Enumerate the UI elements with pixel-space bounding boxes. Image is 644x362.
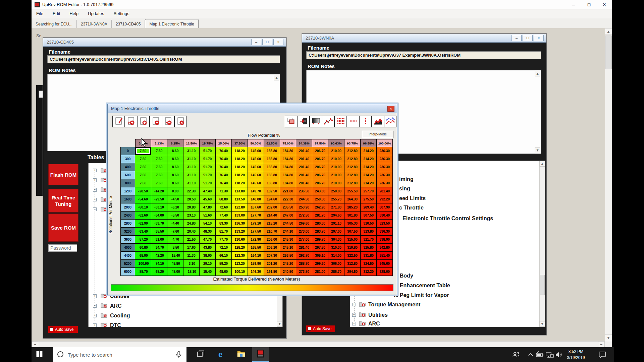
map-cell-r1-c13[interactable]: 212.80: [344, 155, 361, 163]
map-cell-r3-c0[interactable]: 7.60: [135, 171, 151, 179]
map-cell-r8-c11[interactable]: 281.70: [312, 212, 328, 220]
column-header-87.50%[interactable]: 87.50%: [312, 139, 328, 147]
map-cell-r7-c8[interactable]: 202.00: [264, 203, 280, 212]
row-header-4400[interactable]: 4400: [120, 252, 135, 260]
map-cell-r12-c14[interactable]: 325.80: [361, 244, 377, 252]
map-cell-r9-c12[interactable]: 291.10: [328, 220, 344, 228]
map-cell-r13-c11[interactable]: 305.10: [312, 252, 328, 260]
map-cell-r5-c4[interactable]: 47.40: [200, 187, 216, 195]
expand-icon[interactable]: +: [93, 188, 97, 192]
map-cell-r15-c3[interactable]: -18.10: [183, 268, 200, 276]
expand-icon[interactable]: +: [93, 178, 97, 182]
map-cell-r8-c2[interactable]: -5.50: [167, 212, 183, 220]
map-cell-r10-c11[interactable]: 283.70: [312, 228, 328, 236]
map-cell-r8-c9[interactable]: 247.00: [280, 212, 296, 220]
map-cell-r4-c12[interactable]: 210.00: [328, 179, 344, 187]
map-cell-r4-c11[interactable]: 206.70: [312, 179, 328, 187]
map-cell-r3-c3[interactable]: 31.10: [183, 171, 200, 179]
map-cell-r11-c10[interactable]: 277.00: [296, 236, 312, 244]
map-cell-r2-c11[interactable]: 206.70: [312, 163, 328, 171]
maximize-icon[interactable]: □: [523, 35, 533, 41]
task-view-taskbar-button[interactable]: [193, 347, 209, 362]
row-header-6000[interactable]: 6000: [120, 268, 135, 276]
flash-rom-button[interactable]: Flash ROM: [48, 164, 78, 185]
map-cell-r3-c4[interactable]: 51.70: [200, 171, 216, 179]
map-cell-r3-c12[interactable]: 210.00: [328, 171, 344, 179]
map-cell-r10-c7[interactable]: 177.50: [248, 228, 264, 236]
map-cell-r6-c9[interactable]: 222.30: [280, 195, 296, 203]
map-cell-r1-c15[interactable]: 236.30: [377, 155, 393, 163]
map-cell-r10-c10[interactable]: 273.00: [296, 228, 312, 236]
map-cell-r8-c6[interactable]: 133.00: [232, 212, 248, 220]
map-cell-r2-c4[interactable]: 51.70: [200, 163, 216, 171]
file-explorer-taskbar-button[interactable]: [233, 347, 250, 362]
map-cell-r4-c8[interactable]: 165.80: [264, 179, 280, 187]
map-cell-r9-c9[interactable]: 244.50: [280, 220, 296, 228]
map-cell-r6-c2[interactable]: -4.50: [167, 195, 183, 203]
network-icon[interactable]: [545, 347, 554, 362]
menu-settings[interactable]: Settings: [109, 9, 134, 18]
row-header-3600[interactable]: 3600: [120, 236, 135, 244]
start-button[interactable]: [32, 347, 47, 362]
map-cell-r5-c0[interactable]: -28.50: [135, 187, 151, 195]
column-header-75.00%[interactable]: 75.00%: [280, 139, 296, 147]
map-cell-r14-c12[interactable]: 306.00: [328, 260, 344, 268]
map-cell-r12-c7[interactable]: 168.50: [248, 244, 264, 252]
scroll-up-icon[interactable]: ▲: [274, 75, 279, 80]
map-cell-r13-c4[interactable]: 38.00: [200, 252, 216, 260]
menu-help[interactable]: Help: [65, 9, 83, 18]
column-header-62.50%[interactable]: 62.50%: [264, 139, 280, 147]
map-cell-r5-c9[interactable]: 221.80: [280, 187, 296, 195]
column-header-6.25%[interactable]: 6.25%: [167, 139, 183, 147]
auto-save-checkbox[interactable]: [308, 327, 311, 330]
map-cell-r3-c6[interactable]: 118.20: [232, 171, 248, 179]
map-cell-r10-c0[interactable]: -63.40: [135, 228, 151, 236]
interp-mode-button[interactable]: Interp-Mode: [362, 131, 393, 138]
map-cell-r2-c1[interactable]: 7.60: [151, 163, 167, 171]
map-cell-r8-c5[interactable]: 77.40: [216, 212, 232, 220]
auto-save-toggle[interactable]: Auto Save: [48, 326, 78, 333]
dialog-titlebar[interactable]: Map 1 Electronic Throttle ×: [108, 104, 397, 113]
tree-scroll-thumb[interactable]: [540, 275, 545, 295]
map-cell-r13-c15[interactable]: 351.40: [377, 252, 393, 260]
map-cell-r12-c15[interactable]: 342.80: [377, 244, 393, 252]
map-cell-r10-c9[interactable]: 244.10: [280, 228, 296, 236]
map-cell-r12-c6[interactable]: 128.20: [232, 244, 248, 252]
column-header-84.38%[interactable]: 84.38%: [296, 139, 312, 147]
map-cell-r3-c9[interactable]: 184.80: [280, 171, 296, 179]
map-cell-r3-c11[interactable]: 206.70: [312, 171, 328, 179]
map-cell-r15-c2[interactable]: -48.00: [167, 268, 183, 276]
map-cell-r9-c7[interactable]: 179.10: [248, 220, 264, 228]
map-cell-r12-c10[interactable]: 281.40: [296, 244, 312, 252]
row-header-5200[interactable]: 5200: [120, 260, 135, 268]
map-cell-r9-c8[interactable]: 215.20: [264, 220, 280, 228]
map-cell-r0-c2[interactable]: 8.60: [167, 147, 183, 155]
scroll-up-icon[interactable]: ▲: [535, 71, 540, 76]
edge-taskbar-button[interactable]: e: [213, 347, 230, 362]
map-cell-r5-c8[interactable]: 182.50: [264, 187, 280, 195]
map-cell-r8-c0[interactable]: -62.60: [135, 212, 151, 220]
map-cell-r0-c4[interactable]: 51.70: [200, 147, 216, 155]
map-cell-r6-c1[interactable]: -29.50: [151, 195, 167, 203]
map-cell-r12-c0[interactable]: -60.80: [135, 244, 151, 252]
map-cell-r6-c12[interactable]: 255.70: [328, 195, 344, 203]
export-table-button[interactable]: [297, 116, 310, 127]
map-cell-r11-c14[interactable]: 321.70: [361, 236, 377, 244]
chevron-up-icon[interactable]: [526, 347, 535, 362]
map-cell-r5-c10[interactable]: 236.50: [296, 187, 312, 195]
map-cell-r6-c15[interactable]: 292.20: [377, 195, 393, 203]
taskbar-clock[interactable]: 8:52 PM 3/19/2019: [564, 349, 588, 361]
map-cell-r1-c0[interactable]: 7.60: [135, 155, 151, 163]
map-cell-r15-c12[interactable]: 286.70: [328, 268, 344, 276]
map-cell-r11-c3[interactable]: 21.50: [183, 236, 200, 244]
map-cell-r11-c5[interactable]: 77.70: [216, 236, 232, 244]
map-cell-r3-c14[interactable]: 214.20: [361, 171, 377, 179]
map-cell-r4-c1[interactable]: 7.60: [151, 179, 167, 187]
scroll-down-icon[interactable]: ▼: [277, 321, 282, 327]
map-cell-r11-c4[interactable]: 47.70: [200, 236, 216, 244]
map-cell-r10-c4[interactable]: 48.30: [200, 228, 216, 236]
auto-save-toggle[interactable]: Auto Save: [306, 325, 335, 332]
map-cell-r10-c15[interactable]: 336.30: [377, 228, 393, 236]
map-cell-r6-c6[interactable]: 113.50: [232, 195, 248, 203]
map-cell-r14-c13[interactable]: 312.80: [344, 260, 361, 268]
